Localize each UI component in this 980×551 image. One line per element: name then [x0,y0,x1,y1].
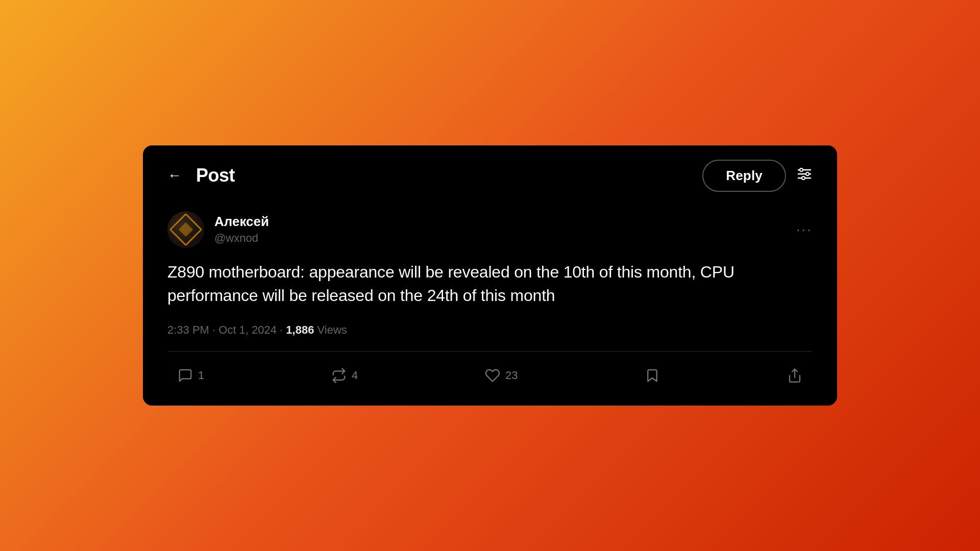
user-row: Алексей @wxnod ··· [167,211,813,248]
user-info: Алексей @wxnod [167,211,269,248]
like-action[interactable]: 23 [485,368,518,383]
like-count: 23 [505,369,518,382]
back-button[interactable]: ← [167,167,182,184]
page-title: Post [196,165,235,186]
retweet-icon [331,368,347,383]
reply-icon [178,368,193,383]
username: @wxnod [214,232,269,245]
share-icon [787,368,802,383]
svg-point-3 [800,168,803,171]
more-options-button[interactable]: ··· [796,221,813,238]
like-icon [485,368,500,383]
post-card: ← Post Reply [143,145,837,406]
timestamp-text: 2:33 PM · Oct 1, 2024 · [167,323,286,336]
avatar[interactable] [167,211,204,248]
actions-row: 1 4 23 [167,363,813,388]
divider [167,351,813,352]
reply-button[interactable]: Reply [702,160,786,192]
reply-action[interactable]: 1 [178,368,204,383]
post-body: Алексей @wxnod ··· Z890 motherboard: app… [143,206,837,401]
svg-point-4 [806,172,809,176]
header-right: Reply [702,160,813,192]
reply-count: 1 [198,369,204,382]
filter-icon[interactable] [796,166,813,186]
bookmark-action[interactable] [645,368,660,383]
header-left: ← Post [167,165,235,186]
header: ← Post Reply [143,145,837,206]
svg-point-5 [802,177,805,180]
share-action[interactable] [787,368,802,383]
views-count: 1,886 [286,323,314,336]
retweet-action[interactable]: 4 [331,368,358,383]
views-label: Views [314,323,347,336]
user-names: Алексей @wxnod [214,214,269,245]
timestamp: 2:33 PM · Oct 1, 2024 · 1,886 Views [167,323,813,337]
display-name: Алексей [214,214,269,230]
tweet-text: Z890 motherboard: appearance will be rev… [167,260,813,308]
bookmark-icon [645,368,660,383]
retweet-count: 4 [352,369,358,382]
